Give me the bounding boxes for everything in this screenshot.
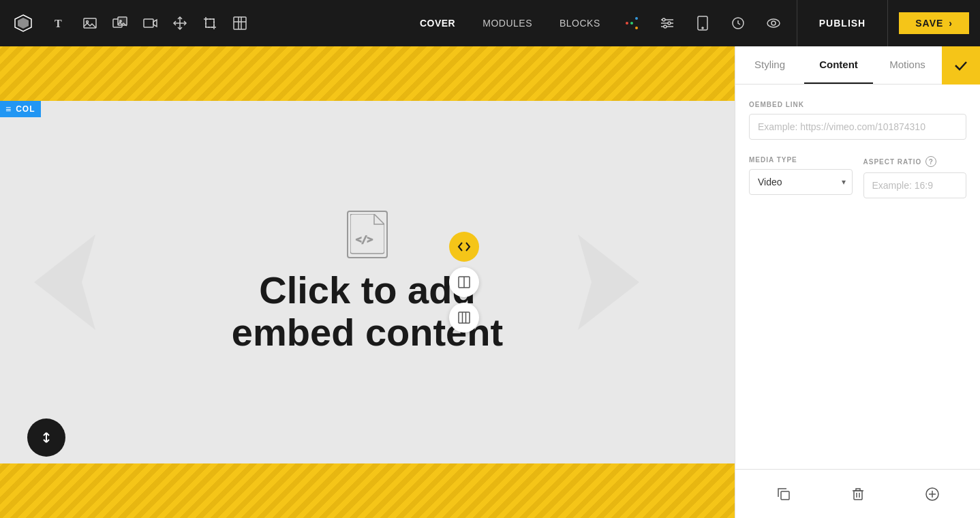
main-area: ≡ COL </> Click [0,46,980,518]
grid-tool-icon[interactable] [226,10,254,37]
toolbar: T [0,0,980,46]
svg-rect-34 [854,491,862,500]
col-badge[interactable]: ≡ COL [0,101,41,117]
add-button[interactable] [917,479,947,509]
nav-blocks[interactable]: BLOCKS [546,12,614,34]
oembed-label: OEMBED LINK [749,101,966,108]
aspect-ratio-label-row: ASPECT RATIO ? [863,156,967,167]
svg-rect-6 [144,19,153,27]
toolbar-divider [797,0,797,46]
panel: Styling Content Motions OEMBED LINK MEDI… [735,46,980,518]
logo[interactable] [11,11,35,35]
publish-button[interactable]: PUBLISH [808,12,876,34]
diagonal-pattern [0,46,735,101]
layout-col3-button[interactable] [449,303,479,333]
panel-content: OEMBED LINK MEDIA TYPE Video Image Audio… [735,85,980,469]
tab-motions[interactable]: Motions [873,46,942,84]
text-tool-icon[interactable]: T [46,10,74,37]
aspect-ratio-label: ASPECT RATIO [863,158,922,166]
duplicate-button[interactable] [769,479,799,509]
gallery-tool-icon[interactable] [106,10,134,37]
image-tool-icon[interactable] [76,10,104,37]
svg-point-20 [668,22,671,25]
svg-point-21 [664,25,667,28]
media-type-select-wrap: Video Image Audio ▾ [749,169,853,195]
embed-code-button[interactable] [449,232,479,262]
embed-file-icon: </> [347,211,388,258]
dots-icon[interactable] [619,11,644,35]
settings-icon[interactable] [655,11,679,35]
canvas-area: ≡ COL </> Click [0,46,735,518]
tab-content[interactable]: Content [804,46,873,84]
delete-button[interactable] [843,479,873,509]
media-aspect-row: MEDIA TYPE Video Image Audio ▾ ASPECT RA… [749,156,966,215]
toolbar-nav: COVER MODULES BLOCKS [406,12,614,34]
aspect-ratio-input[interactable] [863,172,967,198]
toolbar-right: PUBLISH SAVE › [619,0,969,46]
oembed-field: OEMBED LINK [749,101,966,140]
svg-point-19 [662,18,665,21]
crop-tool-icon[interactable] [196,10,224,37]
tab-styling[interactable]: Styling [735,46,804,84]
toolbar-divider-2 [887,0,888,46]
video-tool-icon[interactable] [136,10,164,37]
panel-check-button[interactable] [942,46,980,85]
diagonal-pattern-bottom [0,463,735,518]
svg-rect-33 [781,491,789,500]
save-arrow-icon: › [949,18,953,29]
svg-text:</>: </> [356,234,373,245]
move-tool-icon[interactable] [166,10,194,37]
svg-point-13 [630,22,633,25]
nav-cover[interactable]: COVER [406,12,469,34]
svg-point-25 [767,19,780,27]
aspect-ratio-field: ASPECT RATIO ? [863,156,967,198]
arrow-right-icon [571,228,653,337]
yellow-bottom-stripe [0,463,735,518]
yellow-top-stripe [0,46,735,101]
canvas-right-tools [449,232,479,333]
col-badge-icon: ≡ [5,104,12,115]
svg-point-14 [635,17,638,20]
save-label: SAVE [915,18,943,29]
svg-rect-8 [234,17,246,29]
svg-text:T: T [55,18,62,29]
svg-point-12 [626,22,628,25]
embed-area[interactable]: </> Click to add embed content [0,101,735,463]
history-icon[interactable] [726,11,750,35]
svg-point-26 [771,21,776,25]
svg-point-23 [702,27,703,29]
save-button[interactable]: SAVE › [899,12,969,34]
svg-rect-22 [698,16,707,30]
layout-col2-button[interactable] [449,267,479,297]
nav-modules[interactable]: MODULES [469,12,546,34]
svg-point-15 [635,27,638,29]
preview-icon[interactable] [761,11,786,35]
panel-footer [735,469,980,518]
help-icon[interactable]: ? [925,156,936,167]
svg-rect-7 [206,19,214,27]
svg-rect-30 [459,312,470,323]
oembed-input[interactable] [749,114,966,140]
toolbar-icon-group: T [46,10,401,37]
col-badge-label: COL [16,104,35,114]
scroll-button[interactable] [27,418,65,457]
media-type-label: MEDIA TYPE [749,156,853,164]
media-type-field: MEDIA TYPE Video Image Audio ▾ [749,156,853,198]
arrow-left-icon [20,228,102,337]
media-type-select[interactable]: Video Image Audio [749,169,853,195]
mobile-icon[interactable] [690,11,715,35]
panel-tabs: Styling Content Motions [735,46,980,85]
